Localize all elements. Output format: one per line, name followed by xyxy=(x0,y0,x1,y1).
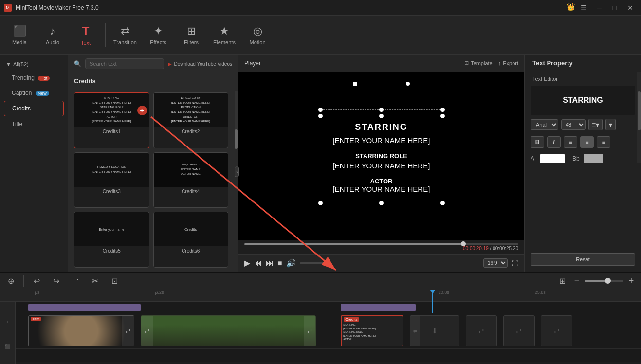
text-bar-2[interactable] xyxy=(341,304,416,311)
export-button[interactable]: ↑ Export xyxy=(498,60,518,66)
minimize-button[interactable]: ─ xyxy=(592,3,606,13)
bg-color-swatch[interactable] xyxy=(584,154,603,163)
toolbar-filters[interactable]: ⊞ Filters xyxy=(176,18,207,52)
font-family-select[interactable]: Arial xyxy=(531,119,558,130)
credit-card-3[interactable]: FILMED & LOCATION [ENTER YOUR NAME HERE]… xyxy=(74,152,149,208)
sidebar-item-credits[interactable]: Credits xyxy=(4,101,64,116)
text-align-button[interactable]: ▾ xyxy=(605,119,616,130)
credits-content-panel: 🔍 ▶ Download YouTube Videos Credits STAR… xyxy=(68,55,238,272)
filters-label: Filters xyxy=(184,39,199,45)
empty-clip-2[interactable]: ⇄ xyxy=(466,315,497,346)
zoom-track[interactable] xyxy=(585,280,623,282)
text-editor-label: Text Editor xyxy=(525,72,641,86)
align-left-button[interactable]: ≡ xyxy=(564,136,577,148)
starring-heading: STARRING xyxy=(318,122,445,132)
toolbar-text[interactable]: T Text xyxy=(70,18,101,52)
credit-card-5[interactable]: Enter your name Credits5 xyxy=(74,212,149,268)
video-clip-2[interactable]: ⇄ ⇄ xyxy=(141,315,316,346)
play-button[interactable]: ▶ xyxy=(244,258,250,268)
credits6-label: Credits6 xyxy=(154,246,228,255)
credit-card-1[interactable]: STARRING [ENTER YOUR NAME HERE] STARRING… xyxy=(74,92,149,148)
align-right-button[interactable]: ≡ xyxy=(597,136,610,148)
transition-icon-6: ⇄ xyxy=(516,327,522,335)
close-button[interactable]: ✕ xyxy=(623,3,637,13)
app-icon: M xyxy=(4,4,12,12)
list-style-button[interactable]: ≡▾ xyxy=(588,119,603,130)
credit-card-6[interactable]: Credits Credits6 xyxy=(153,212,229,268)
youtube-icon: ▶ xyxy=(168,61,172,67)
toolbar-elements[interactable]: ★ Elements xyxy=(209,18,240,52)
playhead[interactable] xyxy=(432,290,433,313)
timeline: ⊕ ↩ ↪ 🗑 ✂ ⊡ ⊞ − + 0s 6.2s 20.8s 25.8s xyxy=(0,272,641,364)
audio-track-label: ♪ xyxy=(5,319,10,324)
toolbar-transition[interactable]: ⇄ Transition xyxy=(110,18,141,52)
credit-thumb-2: DIRECTED BY [ENTER YOUR NAME HERE] PRODU… xyxy=(154,93,228,127)
credit-card-4[interactable]: Kelly NAME 1 ENTER NAME ACTOR NAME Credi… xyxy=(153,152,229,208)
toolbar-audio[interactable]: ♪ Audio xyxy=(37,18,68,52)
left-section-header[interactable]: ▼ All(52) xyxy=(0,58,68,70)
toolbar-motion[interactable]: ◎ Motion xyxy=(242,18,273,52)
credits2-label: Credits2 xyxy=(154,127,228,136)
time-progress-bar[interactable] xyxy=(244,243,518,245)
text-editor-input[interactable]: STARRING xyxy=(531,86,635,115)
undo-button[interactable]: ↩ xyxy=(30,274,43,288)
tp-scrollbar[interactable] xyxy=(637,72,641,163)
toolbar-sep-1 xyxy=(23,275,24,287)
credits-nav-label: Credits xyxy=(12,105,31,112)
text-bar-1[interactable] xyxy=(28,304,141,311)
download-youtube-button[interactable]: ▶ Download YouTube Videos xyxy=(168,61,232,67)
sidebar-item-caption[interactable]: Caption New xyxy=(4,86,64,100)
prev-frame-button[interactable]: ⏮ xyxy=(254,259,262,268)
cut-button[interactable]: ✂ xyxy=(88,274,102,288)
zoom-out-button[interactable]: − xyxy=(571,275,583,287)
fullscreen-button[interactable]: ⛶ xyxy=(512,259,518,267)
transition-icon-2: ⇄ xyxy=(141,316,153,346)
template-label: Template xyxy=(471,60,493,66)
color-row: A Bb xyxy=(525,150,641,163)
credit-card-2[interactable]: DIRECTED BY [ENTER YOUR NAME HERE] PRODU… xyxy=(153,92,229,148)
font-size-select[interactable]: 48 xyxy=(561,119,586,130)
italic-button[interactable]: I xyxy=(547,136,561,148)
credits-scrollbar[interactable] xyxy=(235,91,238,149)
template-button[interactable]: ⊡ Template xyxy=(464,60,493,66)
empty-clip-1[interactable]: ⬇ ⇄ xyxy=(410,315,460,346)
toolbar-media[interactable]: ⬛ Media xyxy=(4,18,35,52)
video-clip-credits[interactable]: Credits STARRING [ENTER YOUR NAME HERE] … xyxy=(341,315,403,346)
app-title: MiniTool MovieMaker Free 7.3.0 xyxy=(16,4,99,11)
aspect-ratio-select[interactable]: 16:9 xyxy=(483,258,508,268)
video-clip-title[interactable]: Title ⇄ xyxy=(28,315,134,346)
delete-button[interactable]: 🗑 xyxy=(69,274,82,288)
panel-expand-button[interactable]: › xyxy=(235,167,239,177)
motion-icon: ◎ xyxy=(253,25,262,37)
maximize-button[interactable]: □ xyxy=(608,3,622,13)
volume-icon: 🔊 xyxy=(286,258,296,268)
audio-label: Audio xyxy=(46,39,59,45)
transition-icon-1: ⇄ xyxy=(122,316,134,346)
crop-button[interactable]: ⊡ xyxy=(108,274,121,288)
menu-button[interactable]: ☰ xyxy=(577,3,590,13)
align-center-button[interactable]: ≡ xyxy=(580,136,594,148)
search-input[interactable] xyxy=(85,58,164,69)
credit-thumb-3: FILMED & LOCATION [ENTER YOUR NAME HERE] xyxy=(74,153,149,187)
volume-slider[interactable] xyxy=(300,262,329,264)
track-content: Title ⇄ ⇄ ⇄ Credits STARRING [E xyxy=(16,302,641,364)
zoom-in-button[interactable]: + xyxy=(625,275,637,287)
text-color-swatch[interactable] xyxy=(540,154,565,163)
new-badge: New xyxy=(36,91,49,96)
redo-button[interactable]: ↪ xyxy=(49,274,63,288)
toolbar-effects[interactable]: ✦ Effects xyxy=(143,18,174,52)
transition-icon-3: ⇄ xyxy=(304,316,315,346)
stop-button[interactable]: ■ xyxy=(277,259,282,268)
collapse-tracks-button[interactable]: ⊞ xyxy=(555,274,569,288)
add-media-button[interactable]: ⊕ xyxy=(4,274,18,288)
reset-button[interactable]: Reset xyxy=(531,253,635,266)
filters-icon: ⊞ xyxy=(187,25,196,37)
sidebar-item-trending[interactable]: Trending Hot xyxy=(4,71,64,85)
next-frame-button[interactable]: ⏭ xyxy=(266,259,274,268)
sidebar-item-title[interactable]: Title xyxy=(4,117,64,131)
empty-clip-3[interactable]: ⇄ xyxy=(503,315,534,346)
empty-clip-4[interactable]: ⇄ xyxy=(541,315,572,346)
ruler-mark-0: 0s xyxy=(35,290,40,295)
bold-button[interactable]: B xyxy=(531,136,544,148)
add-credits1-button[interactable]: + xyxy=(137,106,147,115)
